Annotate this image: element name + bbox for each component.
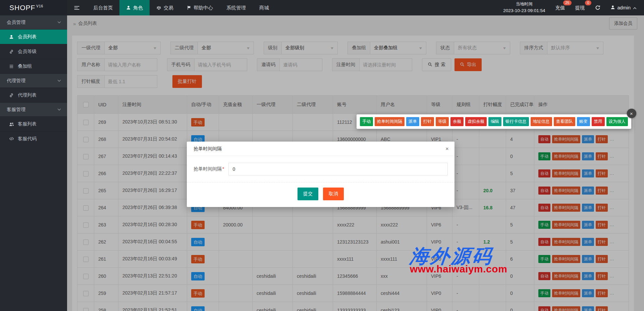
refresh-icon[interactable] [595,5,600,10]
recharge-badge: 25 [563,0,571,5]
popup-action-button[interactable]: 手动 [360,117,373,126]
sidebar-group[interactable]: 客服管理 [0,103,67,117]
app-logo: SHOPF V16 [0,0,67,15]
sidebar-item[interactable]: 客服列表 [0,117,67,132]
chevron-down-icon [57,80,61,82]
sidebar-item[interactable]: 叠加组 [0,59,67,74]
modal-title: 抢单时间间隔 × [187,142,454,156]
modal-close-icon[interactable]: × [445,142,449,156]
popup-action-button[interactable]: 查看团队 [554,117,575,126]
recharge-nav-item[interactable]: 充值 25 [555,5,565,11]
code-icon [9,137,14,141]
popup-action-button[interactable]: 打针 [421,117,434,126]
popup-action-button[interactable]: 虚拟余额 [465,117,487,126]
modal-body: 抢单时间间隔* [187,156,454,182]
flag-icon [187,5,191,10]
popup-action-button[interactable]: 编辑 [488,117,501,126]
chevron-up-icon [633,5,637,10]
scales-icon [156,5,161,10]
popup-action-button[interactable]: 余额 [450,117,464,126]
list-icon [9,64,14,68]
nav-item[interactable]: 帮助中心 [180,0,220,15]
username: admin [618,5,631,10]
popup-action-button[interactable]: 设为假人 [606,117,628,126]
modal-footer: 提交 取消 [187,182,454,207]
sidebar-group[interactable]: 代理管理 [0,74,67,88]
withdraw-badge: 0 [585,0,591,5]
nav-item[interactable]: 角色 [119,0,150,15]
popup-action-button[interactable]: 地址信息 [531,117,552,126]
popup-action-button[interactable]: 银行卡信息 [503,117,529,126]
row-actions-popup: 手动抢单时间间隔派单打针等级余额虚拟余额编辑银行卡信息地址信息查看团队账变禁用设… [357,114,631,129]
modal-field-label: 抢单时间间隔* [194,166,224,172]
nav-item[interactable]: 交易 [150,0,180,15]
grab-interval-modal: 抢单时间间隔 × 抢单时间间隔* 提交 取消 [187,142,454,207]
person-icon [126,5,131,10]
sidebar-item[interactable]: 会员列表 [0,30,67,44]
popup-action-button[interactable]: 禁用 [592,117,605,126]
sidebar: 会员管理会员列表会员等级叠加组代理管理代理列表客服管理客服列表客服代码 [0,15,67,311]
popup-action-button[interactable]: 派单 [406,117,419,126]
popup-close-button[interactable]: × [627,109,636,118]
logo-version: V16 [36,4,43,8]
grab-interval-input[interactable] [228,163,448,175]
submit-button[interactable]: 提交 [298,188,318,200]
menu-toggle-icon[interactable] [67,0,87,15]
logo-text: SHOPF [9,4,35,12]
withdraw-nav-item[interactable]: 提现 0 [575,5,585,11]
local-time: 当地时间 2023-10-23 09:01:54 [503,1,545,14]
cancel-button[interactable]: 取消 [323,188,344,200]
navbar-right: 当地时间 2023-10-23 09:01:54 充值 25 提现 0 admi… [503,0,644,15]
users-icon [9,122,14,126]
sidebar-item[interactable]: 会员等级 [0,44,67,59]
required-mark: * [222,166,224,171]
nav-item[interactable]: 系统管理 [220,0,253,15]
local-time-value: 2023-10-23 09:01:54 [503,7,545,14]
popup-action-button[interactable]: 等级 [436,117,449,126]
top-navbar: SHOPF V16 后台首页角色交易帮助中心系统管理商城 当地时间 2023-1… [0,0,644,15]
user-icon [610,5,615,11]
person-icon [9,35,14,39]
popup-action-button[interactable]: 账变 [577,117,590,126]
local-time-label: 当地时间 [503,1,545,7]
popup-action-button[interactable]: 抢单时间间隔 [375,117,405,126]
link-icon [9,93,14,98]
chevron-down-icon [57,21,61,23]
link-icon [9,49,14,54]
chevron-down-icon [57,108,61,111]
sidebar-item[interactable]: 代理列表 [0,88,67,103]
sidebar-item[interactable]: 客服代码 [0,132,67,146]
sidebar-group[interactable]: 会员管理 [0,15,67,30]
user-menu[interactable]: admin [610,5,637,11]
nav-item[interactable]: 商城 [253,0,276,15]
top-menu: 后台首页角色交易帮助中心系统管理商城 [87,0,276,15]
nav-item[interactable]: 后台首页 [87,0,119,15]
